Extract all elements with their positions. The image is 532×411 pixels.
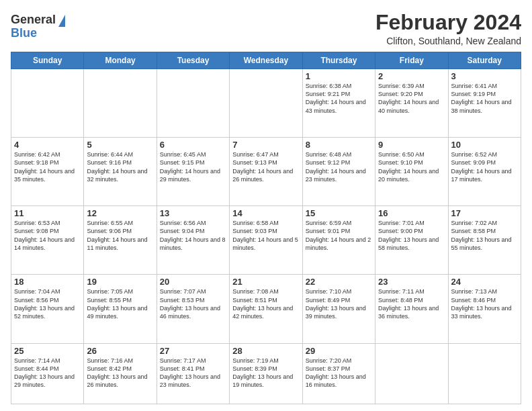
day-number: 13 — [160, 208, 226, 218]
calendar-cell: 1Sunrise: 6:38 AM Sunset: 9:21 PM Daylig… — [302, 69, 375, 138]
day-number: 24 — [451, 277, 518, 287]
week-row-3: 11Sunrise: 6:53 AM Sunset: 9:08 PM Dayli… — [11, 206, 521, 275]
week-row-2: 4Sunrise: 6:42 AM Sunset: 9:18 PM Daylig… — [11, 138, 521, 206]
day-header-thursday: Thursday — [302, 52, 375, 69]
calendar-cell: 13Sunrise: 6:56 AM Sunset: 9:04 PM Dayli… — [157, 206, 229, 275]
calendar-cell: 11Sunrise: 6:53 AM Sunset: 9:08 PM Dayli… — [11, 206, 84, 275]
day-info: Sunrise: 7:10 AM Sunset: 8:49 PM Dayligh… — [306, 287, 372, 320]
day-number: 6 — [160, 140, 226, 150]
calendar-cell: 6Sunrise: 6:45 AM Sunset: 9:15 PM Daylig… — [157, 138, 229, 206]
day-info: Sunrise: 7:02 AM Sunset: 8:58 PM Dayligh… — [451, 219, 518, 252]
day-number: 29 — [306, 346, 372, 356]
day-info: Sunrise: 6:45 AM Sunset: 9:15 PM Dayligh… — [160, 150, 226, 183]
calendar-cell: 8Sunrise: 6:48 AM Sunset: 9:12 PM Daylig… — [302, 138, 375, 206]
calendar-cell: 26Sunrise: 7:16 AM Sunset: 8:42 PM Dayli… — [84, 343, 157, 404]
calendar-cell: 4Sunrise: 6:42 AM Sunset: 9:18 PM Daylig… — [11, 138, 84, 206]
day-number: 9 — [378, 140, 445, 150]
logo: General Blue — [11, 13, 65, 40]
day-info: Sunrise: 6:38 AM Sunset: 9:21 PM Dayligh… — [306, 82, 372, 115]
calendar-cell: 29Sunrise: 7:20 AM Sunset: 8:37 PM Dayli… — [302, 343, 375, 404]
week-row-5: 25Sunrise: 7:14 AM Sunset: 8:44 PM Dayli… — [11, 343, 521, 404]
calendar-cell: 28Sunrise: 7:19 AM Sunset: 8:39 PM Dayli… — [230, 343, 302, 404]
calendar-cell: 5Sunrise: 6:44 AM Sunset: 9:16 PM Daylig… — [84, 138, 157, 206]
calendar-cell: 23Sunrise: 7:11 AM Sunset: 8:48 PM Dayli… — [375, 275, 448, 343]
calendar: SundayMondayTuesdayWednesdayThursdayFrid… — [11, 52, 521, 404]
calendar-cell: 22Sunrise: 7:10 AM Sunset: 8:49 PM Dayli… — [302, 275, 375, 343]
day-number: 12 — [87, 208, 153, 218]
day-info: Sunrise: 6:50 AM Sunset: 9:10 PM Dayligh… — [378, 150, 445, 183]
day-number: 25 — [14, 346, 81, 356]
calendar-cell: 16Sunrise: 7:01 AM Sunset: 9:00 PM Dayli… — [375, 206, 448, 275]
day-info: Sunrise: 6:55 AM Sunset: 9:06 PM Dayligh… — [87, 219, 153, 252]
day-info: Sunrise: 7:01 AM Sunset: 9:00 PM Dayligh… — [378, 219, 445, 252]
header-right: February 2024 Clifton, Southland, New Ze… — [375, 11, 521, 46]
day-info: Sunrise: 6:39 AM Sunset: 9:20 PM Dayligh… — [378, 82, 445, 115]
day-number: 20 — [160, 277, 226, 287]
day-info: Sunrise: 7:05 AM Sunset: 8:55 PM Dayligh… — [87, 287, 153, 320]
day-header-friday: Friday — [375, 52, 448, 69]
calendar-cell: 14Sunrise: 6:58 AM Sunset: 9:03 PM Dayli… — [230, 206, 302, 275]
day-number: 27 — [160, 346, 226, 356]
calendar-cell: 17Sunrise: 7:02 AM Sunset: 8:58 PM Dayli… — [448, 206, 521, 275]
day-number: 16 — [378, 208, 445, 218]
main-title: February 2024 — [375, 11, 521, 34]
day-info: Sunrise: 6:48 AM Sunset: 9:12 PM Dayligh… — [306, 150, 372, 183]
day-info: Sunrise: 7:17 AM Sunset: 8:41 PM Dayligh… — [160, 357, 226, 390]
day-number: 19 — [87, 277, 153, 287]
day-number: 5 — [87, 140, 153, 150]
logo-blue: Blue — [11, 27, 65, 40]
day-info: Sunrise: 6:42 AM Sunset: 9:18 PM Dayligh… — [14, 150, 81, 183]
day-header-wednesday: Wednesday — [230, 52, 302, 69]
day-info: Sunrise: 6:44 AM Sunset: 9:16 PM Dayligh… — [87, 150, 153, 183]
calendar-cell: 7Sunrise: 6:47 AM Sunset: 9:13 PM Daylig… — [230, 138, 302, 206]
calendar-cell — [375, 343, 448, 404]
day-info: Sunrise: 6:53 AM Sunset: 9:08 PM Dayligh… — [14, 219, 81, 252]
calendar-cell — [157, 69, 229, 138]
day-number: 26 — [87, 346, 153, 356]
calendar-cell: 9Sunrise: 6:50 AM Sunset: 9:10 PM Daylig… — [375, 138, 448, 206]
day-info: Sunrise: 7:19 AM Sunset: 8:39 PM Dayligh… — [232, 357, 299, 390]
day-info: Sunrise: 6:52 AM Sunset: 9:09 PM Dayligh… — [451, 150, 518, 183]
calendar-cell — [11, 69, 84, 138]
day-number: 17 — [451, 208, 518, 218]
calendar-cell: 27Sunrise: 7:17 AM Sunset: 8:41 PM Dayli… — [157, 343, 229, 404]
calendar-cell — [84, 69, 157, 138]
day-info: Sunrise: 7:07 AM Sunset: 8:53 PM Dayligh… — [160, 287, 226, 320]
day-number: 15 — [306, 208, 372, 218]
calendar-cell: 25Sunrise: 7:14 AM Sunset: 8:44 PM Dayli… — [11, 343, 84, 404]
day-info: Sunrise: 7:04 AM Sunset: 8:56 PM Dayligh… — [14, 287, 81, 320]
day-info: Sunrise: 7:16 AM Sunset: 8:42 PM Dayligh… — [87, 357, 153, 390]
logo-triangle-icon — [58, 15, 65, 27]
day-header-tuesday: Tuesday — [157, 52, 229, 69]
day-info: Sunrise: 7:08 AM Sunset: 8:51 PM Dayligh… — [232, 287, 299, 320]
subtitle: Clifton, Southland, New Zealand — [375, 36, 521, 46]
day-number: 10 — [451, 140, 518, 150]
calendar-cell: 21Sunrise: 7:08 AM Sunset: 8:51 PM Dayli… — [230, 275, 302, 343]
day-number: 3 — [451, 71, 518, 81]
day-info: Sunrise: 6:56 AM Sunset: 9:04 PM Dayligh… — [160, 219, 226, 252]
day-number: 11 — [14, 208, 81, 218]
day-number: 14 — [232, 208, 299, 218]
day-number: 1 — [306, 71, 372, 81]
calendar-cell: 19Sunrise: 7:05 AM Sunset: 8:55 PM Dayli… — [84, 275, 157, 343]
calendar-cell — [230, 69, 302, 138]
day-number: 7 — [232, 140, 299, 150]
day-number: 22 — [306, 277, 372, 287]
day-info: Sunrise: 7:14 AM Sunset: 8:44 PM Dayligh… — [14, 357, 81, 390]
day-header-monday: Monday — [84, 52, 157, 69]
calendar-cell: 12Sunrise: 6:55 AM Sunset: 9:06 PM Dayli… — [84, 206, 157, 275]
logo-general: General — [11, 13, 56, 27]
day-number: 18 — [14, 277, 81, 287]
calendar-cell: 3Sunrise: 6:41 AM Sunset: 9:19 PM Daylig… — [448, 69, 521, 138]
header: General Blue February 2024 Clifton, Sout… — [11, 11, 521, 46]
calendar-cell: 2Sunrise: 6:39 AM Sunset: 9:20 PM Daylig… — [375, 69, 448, 138]
day-number: 2 — [378, 71, 445, 81]
calendar-cell: 20Sunrise: 7:07 AM Sunset: 8:53 PM Dayli… — [157, 275, 229, 343]
calendar-cell: 18Sunrise: 7:04 AM Sunset: 8:56 PM Dayli… — [11, 275, 84, 343]
day-number: 23 — [378, 277, 445, 287]
calendar-cell: 24Sunrise: 7:13 AM Sunset: 8:46 PM Dayli… — [448, 275, 521, 343]
day-info: Sunrise: 7:11 AM Sunset: 8:48 PM Dayligh… — [378, 287, 445, 320]
day-number: 8 — [306, 140, 372, 150]
day-info: Sunrise: 7:13 AM Sunset: 8:46 PM Dayligh… — [451, 287, 518, 320]
week-row-1: 1Sunrise: 6:38 AM Sunset: 9:21 PM Daylig… — [11, 69, 521, 138]
